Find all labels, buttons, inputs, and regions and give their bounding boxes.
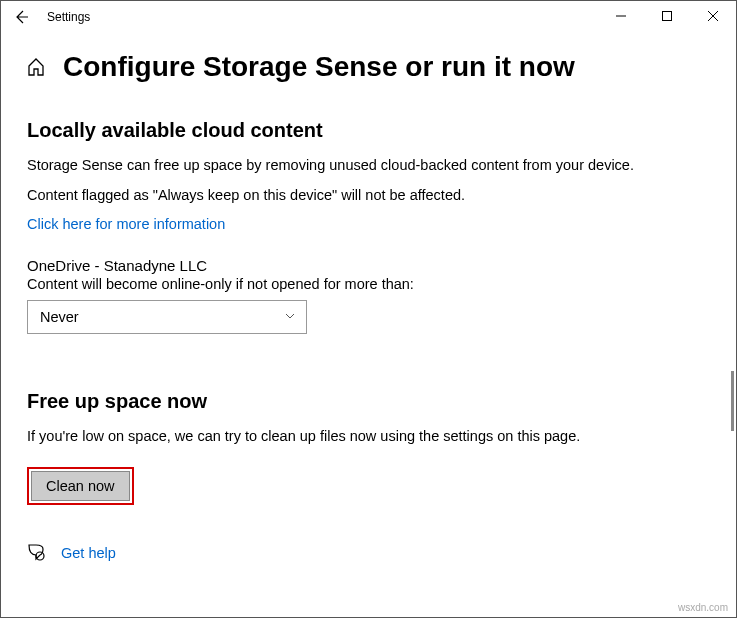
minimize-button[interactable] bbox=[598, 1, 644, 31]
watermark: wsxdn.com bbox=[678, 602, 728, 613]
svg-point-4 bbox=[36, 552, 44, 560]
freeup-text: If you're low on space, we can try to cl… bbox=[27, 427, 710, 447]
titlebar: Settings bbox=[1, 1, 736, 33]
clean-now-button[interactable]: Clean now bbox=[31, 471, 130, 501]
period-dropdown[interactable]: Never bbox=[27, 300, 307, 334]
close-button[interactable] bbox=[690, 1, 736, 31]
maximize-button[interactable] bbox=[644, 1, 690, 31]
back-button[interactable] bbox=[7, 3, 35, 31]
onedrive-account: OneDrive - Stanadyne LLC bbox=[27, 257, 710, 274]
cloud-heading: Locally available cloud content bbox=[27, 119, 710, 142]
freeup-heading: Free up space now bbox=[27, 390, 710, 413]
cloud-text-2: Content flagged as "Always keep on this … bbox=[27, 186, 710, 206]
onedrive-prompt: Content will become online-only if not o… bbox=[27, 276, 710, 292]
back-arrow-icon bbox=[13, 9, 29, 25]
page-title: Configure Storage Sense or run it now bbox=[63, 51, 575, 83]
highlight-box: Clean now bbox=[27, 467, 134, 505]
home-icon[interactable] bbox=[25, 56, 47, 78]
minimize-icon bbox=[616, 11, 626, 21]
window-title: Settings bbox=[47, 10, 90, 24]
maximize-icon bbox=[662, 11, 672, 21]
svg-rect-1 bbox=[663, 12, 672, 21]
dropdown-value: Never bbox=[40, 309, 79, 325]
get-help-link[interactable]: Get help bbox=[61, 545, 116, 561]
chevron-down-icon bbox=[284, 310, 296, 325]
help-icon[interactable] bbox=[27, 543, 47, 563]
cloud-text-1: Storage Sense can free up space by remov… bbox=[27, 156, 710, 176]
close-icon bbox=[708, 11, 718, 21]
scrollbar[interactable] bbox=[731, 371, 734, 431]
more-info-link[interactable]: Click here for more information bbox=[27, 216, 225, 232]
